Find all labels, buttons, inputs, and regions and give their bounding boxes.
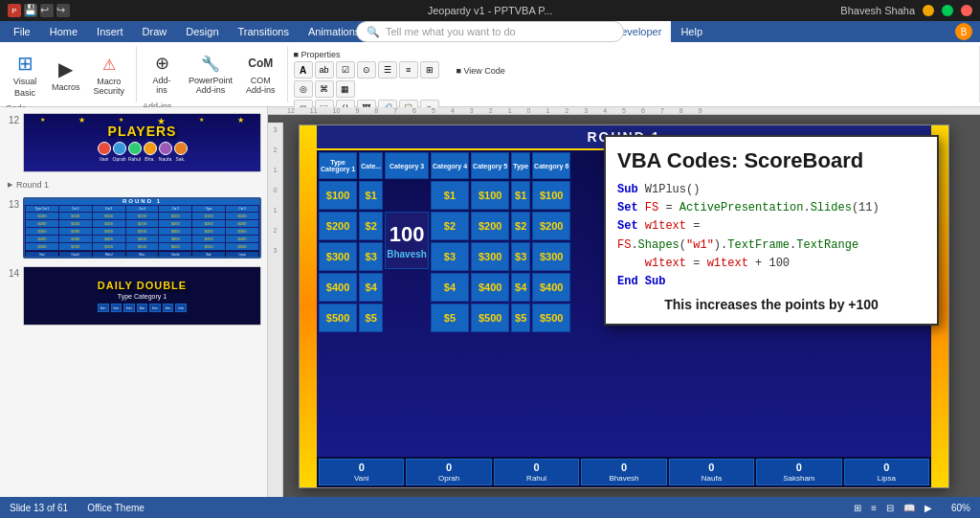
- cat-cell-6-400[interactable]: $4: [511, 273, 530, 302]
- cat-header-6: Type: [511, 152, 530, 179]
- cat-cell-5-500[interactable]: $500: [471, 304, 509, 332]
- cat-cell-1-100[interactable]: $100: [319, 181, 357, 210]
- minimize-button[interactable]: [923, 5, 934, 16]
- cat-cell-5-400[interactable]: $400: [471, 273, 509, 302]
- slide-thumb-12[interactable]: 12 ★ ★ ★ ★ ★ ★ PLAYERS: [4, 111, 263, 174]
- cat-cell-5-100[interactable]: $100: [471, 181, 509, 210]
- cat-cell-7-200[interactable]: $200: [532, 212, 570, 240]
- tab-design[interactable]: Design: [176, 21, 228, 42]
- com-addins-button[interactable]: CoM COMAdd-ins: [240, 48, 281, 100]
- view-reading-btn[interactable]: 📖: [903, 503, 915, 513]
- macro-security-button[interactable]: ⚠ MacroSecurity: [88, 49, 131, 101]
- deco-col-left: [300, 125, 317, 487]
- cat-cell-6-500[interactable]: $5: [511, 304, 530, 332]
- ctrl-btn-10[interactable]: ▦: [336, 80, 355, 98]
- player-name-display-vani: Vani: [354, 474, 368, 483]
- view-outline-btn[interactable]: ≡: [871, 503, 877, 513]
- cat-cell-2-200[interactable]: $2: [359, 212, 383, 240]
- cat-cell-6-300[interactable]: $3: [511, 242, 530, 271]
- tab-help[interactable]: Help: [671, 21, 712, 42]
- tab-draw[interactable]: Draw: [133, 21, 177, 42]
- cat-header-3: Category 3: [385, 152, 429, 179]
- cat-cell-4-200[interactable]: $2: [431, 212, 469, 240]
- search-bar[interactable]: 🔍 Tell me what you want to do: [356, 21, 624, 42]
- ctrl-btn-2[interactable]: ab: [315, 61, 334, 79]
- category-col-7: Category 6 $100 $200 $300 $400 $500: [532, 152, 570, 455]
- ruler-horizontal: 12 11 10 9 8 7 6 5 4 3 2 1 0 1 2 3 4 5 6…: [268, 107, 980, 115]
- cat-cell-7-100[interactable]: $100: [532, 181, 570, 210]
- vba-title: VBA Codes: ScoreBoard: [617, 148, 925, 173]
- player-cell-bhavesh: 0 Bhavesh: [581, 459, 666, 485]
- cat-cell-5-300[interactable]: $300: [471, 242, 509, 271]
- slide2-round-label: ROUND 1: [25, 197, 259, 205]
- cat-cell-4-400[interactable]: $4: [431, 273, 469, 302]
- category-col-4: Category 4 $1 $2 $3 $4 $5: [431, 152, 469, 455]
- redo-icon[interactable]: ↪: [56, 4, 70, 17]
- players-row: 0 Vani 0 Oprah 0 Rahul: [317, 457, 931, 487]
- avatar-1: [98, 142, 111, 155]
- cat-cell-1-300[interactable]: $300: [319, 242, 357, 271]
- ctrl-btn-4[interactable]: ⊙: [357, 61, 376, 79]
- cat-cell-7-300[interactable]: $300: [532, 242, 570, 271]
- cat-cell-6-100[interactable]: $1: [511, 181, 530, 210]
- share-button[interactable]: Share: [864, 26, 892, 37]
- view-sorter-btn[interactable]: ⊟: [886, 503, 894, 513]
- ctrl-btn-9[interactable]: ⌘: [315, 80, 334, 98]
- save-icon[interactable]: 💾: [24, 4, 37, 17]
- slide-canvas: ROUND 1 TypeCategory 1 $100 $200 $300 $4…: [268, 115, 980, 497]
- slide-thumb-14[interactable]: 14 DAILY DOUBLE Type Category 1 btn btn …: [4, 264, 263, 327]
- cat-cell-1-200[interactable]: $200: [319, 212, 357, 240]
- ctrl-btn-1[interactable]: A: [294, 61, 313, 79]
- player-name-display-saksham: Saksham: [783, 474, 814, 483]
- slide-img-wrap-14: DAILY DOUBLE Type Category 1 btn btn btn…: [23, 266, 261, 326]
- close-button[interactable]: [961, 5, 972, 16]
- view-normal-btn[interactable]: ⊞: [854, 503, 861, 513]
- slide-count: Slide 13 of 61: [10, 503, 68, 513]
- tab-transitions[interactable]: Transitions: [229, 21, 299, 42]
- score-player-name: Bhavesh: [387, 249, 427, 259]
- cat-cell-7-500[interactable]: $500: [532, 304, 570, 332]
- cat-cell-4-300[interactable]: $3: [431, 242, 469, 271]
- macros-button[interactable]: ▶ Macros: [46, 54, 86, 96]
- cat-cell-2-400[interactable]: $4: [359, 273, 383, 302]
- cat-cell-2-300[interactable]: $3: [359, 242, 383, 271]
- player-score-naufa: 0: [708, 462, 714, 473]
- avatar-5: [159, 142, 172, 155]
- cat-cell-4-500[interactable]: $5: [431, 304, 469, 332]
- slide-img-12: ★ ★ ★ ★ ★ ★ PLAYERS: [24, 114, 260, 171]
- ctrl-btn-7[interactable]: ⊞: [420, 61, 439, 79]
- tab-insert[interactable]: Insert: [87, 21, 133, 42]
- cat-cell-1-500[interactable]: $500: [319, 304, 357, 332]
- cat-cell-4-100[interactable]: $1: [431, 181, 469, 210]
- cat-cell-6-200[interactable]: $2: [511, 212, 530, 240]
- player-cell-vani: 0 Vani: [319, 459, 404, 485]
- slide-img-wrap-13: ROUND 1 Type Cat 1 Cat 2 Cat 3 Cat 4 Cat…: [23, 197, 261, 259]
- undo-icon[interactable]: ↩: [40, 4, 54, 17]
- tab-file[interactable]: File: [4, 21, 40, 42]
- cat-cell-5-200[interactable]: $200: [471, 212, 509, 240]
- maximize-button[interactable]: [942, 5, 953, 16]
- ctrl-btn-6[interactable]: ≡: [399, 61, 418, 79]
- vba-line-5: End Sub: [617, 273, 925, 291]
- tab-home[interactable]: Home: [40, 21, 87, 42]
- player-cell-oprah: 0 Oprah: [406, 459, 491, 485]
- cat-cell-2-100[interactable]: $1: [359, 181, 383, 210]
- addins-button[interactable]: ⊕ Add-ins: [143, 48, 181, 100]
- player-name-bha: Bha.: [144, 156, 157, 162]
- ppt-addins-button[interactable]: 🔧 PowerPointAdd-ins: [183, 48, 238, 100]
- main-jeopardy-slide[interactable]: ROUND 1 TypeCategory 1 $100 $200 $300 $4…: [299, 124, 949, 488]
- view-slideshow-btn[interactable]: ▶: [924, 503, 932, 513]
- slide-panel: 12 ★ ★ ★ ★ ★ ★ PLAYERS: [0, 107, 268, 497]
- cat-header-2: Cate...: [359, 152, 383, 179]
- cat-cell-1-400[interactable]: $400: [319, 273, 357, 302]
- ctrl-btn-5[interactable]: ☰: [378, 61, 397, 79]
- ctrl-btn-8[interactable]: ◎: [294, 80, 313, 98]
- cat-cell-7-400[interactable]: $400: [532, 273, 570, 302]
- ctrl-btn-3[interactable]: ☑: [336, 61, 355, 79]
- slide-thumb-13[interactable]: 13 ROUND 1 Type Cat 1 Cat 2 Cat 3 Cat 4 …: [4, 195, 263, 260]
- comments-button[interactable]: Comments: [899, 26, 949, 37]
- visual-basic-button[interactable]: ⊞ Visual Basic: [6, 48, 44, 101]
- cat-cell-2-500[interactable]: $5: [359, 304, 383, 332]
- player-score-vani: 0: [359, 462, 365, 473]
- avatar-3: [128, 142, 142, 155]
